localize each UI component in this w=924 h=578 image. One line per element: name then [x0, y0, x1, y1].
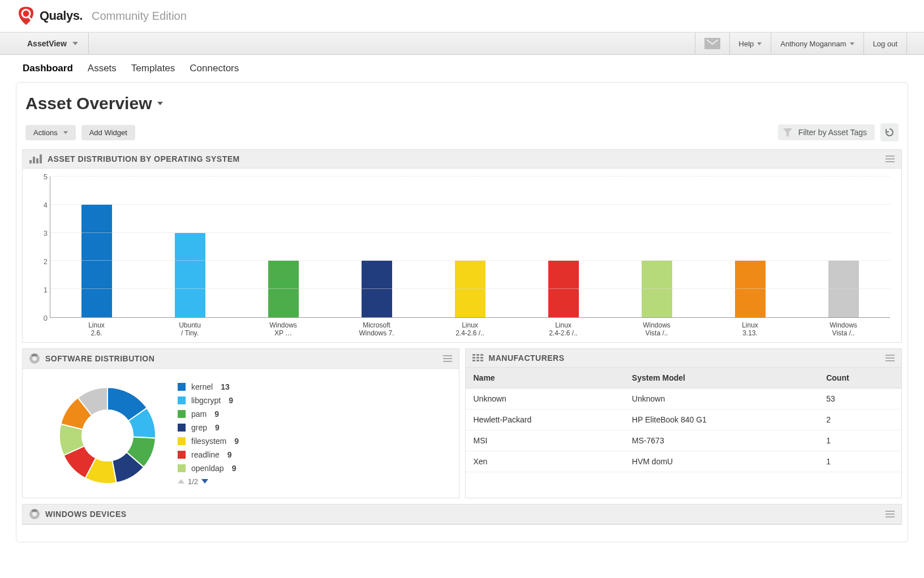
legend-item[interactable]: readline9 [178, 450, 239, 459]
software-donut-chart[interactable] [51, 379, 164, 492]
col-count[interactable]: Count [818, 368, 901, 389]
legend-value: 9 [234, 437, 239, 446]
tab-templates[interactable]: Templates [131, 63, 175, 74]
pager-next-icon[interactable] [201, 479, 208, 484]
user-menu[interactable]: Anthony Mogannam [771, 33, 863, 54]
legend-value: 9 [232, 464, 237, 473]
legend-value: 9 [227, 450, 232, 459]
col-model[interactable]: System Model [624, 368, 818, 389]
cell-count: 53 [818, 388, 901, 409]
refresh-button[interactable] [880, 123, 899, 141]
bar[interactable] [548, 261, 579, 317]
legend-item[interactable]: openldap9 [178, 464, 239, 473]
legend-item[interactable]: grep9 [178, 423, 239, 432]
legend-value: 9 [229, 396, 233, 405]
legend-item[interactable]: pam9 [178, 409, 239, 419]
legend-item[interactable]: kernel13 [178, 382, 239, 391]
hamburger-icon [886, 156, 895, 162]
cell-name: Unknown [466, 388, 624, 409]
cell-count: 1 [818, 451, 901, 472]
actions-button[interactable]: Actions [25, 125, 76, 140]
pager-prev-icon[interactable] [178, 479, 184, 484]
donut-chart-icon [29, 509, 40, 519]
y-tick: 5 [44, 172, 48, 181]
widget-menu-button[interactable] [443, 355, 452, 362]
bar[interactable] [362, 261, 392, 317]
hamburger-icon [886, 355, 895, 361]
module-selector[interactable]: AssetView [17, 33, 89, 54]
bar[interactable] [455, 261, 485, 317]
legend-name: openldap [191, 464, 224, 473]
widget-title: MANUFACTURERS [489, 353, 565, 363]
manufacturers-table: Name System Model Count UnknownUnknown53… [466, 368, 902, 472]
module-selector-label: AssetView [27, 39, 67, 48]
legend-value: 13 [221, 382, 230, 391]
cell-model: HVM domU [624, 451, 818, 472]
legend-swatch [178, 383, 186, 391]
tab-assets[interactable]: Assets [88, 63, 117, 74]
funnel-icon [783, 128, 793, 137]
col-name[interactable]: Name [466, 368, 624, 389]
tab-dashboard[interactable]: Dashboard [23, 63, 73, 74]
legend-item[interactable]: libgcrypt9 [178, 396, 239, 405]
y-tick: 2 [44, 257, 48, 266]
legend-name: grep [191, 423, 207, 432]
widget-title: SOFTWARE DISTRIBUTION [45, 354, 154, 363]
legend-swatch [178, 410, 186, 418]
os-bar-chart[interactable]: 012345 [34, 176, 890, 318]
bar[interactable] [828, 261, 859, 317]
cell-name: Hewlett-Packard [466, 409, 624, 430]
legend-name: filesystem [191, 437, 226, 446]
legend-item[interactable]: filesystem9 [178, 437, 239, 446]
x-label: WindowsXP … [237, 318, 330, 338]
legend-value: 9 [214, 409, 219, 419]
widget-menu-button[interactable] [886, 511, 895, 517]
help-menu[interactable]: Help [730, 33, 771, 54]
software-legend: kernel13libgcrypt9pam9grep9filesystem9re… [178, 379, 239, 486]
filter-by-tags-button[interactable]: Filter by Asset Tags [778, 124, 875, 140]
main-panel: Asset Overview Actions Add Widget Filter… [16, 82, 908, 542]
table-row[interactable]: UnknownUnknown53 [466, 388, 902, 409]
mail-button[interactable] [695, 33, 729, 54]
chevron-down-icon [850, 42, 854, 45]
cell-name: MSI [466, 430, 624, 451]
help-label: Help [739, 40, 754, 48]
mail-icon [704, 38, 720, 49]
brand-block: Qualys. Community Edition [17, 6, 187, 26]
page-title-dropdown-icon[interactable] [157, 102, 163, 105]
x-label: Ubuntu/ Tiny. [143, 318, 237, 338]
add-widget-label: Add Widget [89, 128, 127, 137]
y-tick: 0 [44, 314, 48, 322]
bar[interactable] [81, 205, 112, 317]
y-tick: 4 [44, 201, 48, 209]
x-label: WindowsVista /.. [797, 318, 890, 338]
legend-name: libgcrypt [191, 396, 221, 405]
tab-connectors[interactable]: Connectors [190, 63, 239, 74]
widget-menu-button[interactable] [886, 355, 895, 361]
legend-swatch [178, 464, 186, 472]
table-row[interactable]: MSIMS-76731 [466, 430, 902, 451]
bar[interactable] [735, 261, 766, 317]
add-widget-button[interactable]: Add Widget [81, 125, 135, 140]
logout-label: Log out [873, 40, 897, 48]
table-icon [472, 354, 483, 361]
bar[interactable] [175, 233, 205, 317]
widget-menu-button[interactable] [886, 156, 895, 162]
table-row[interactable]: XenHVM domU1 [466, 451, 902, 472]
x-label: Linux2.4-2.6 /.. [423, 318, 517, 338]
brand-name: Qualys. [40, 8, 83, 23]
legend-name: readline [191, 450, 220, 459]
legend-pager: 1/2 [178, 477, 239, 486]
logout-link[interactable]: Log out [864, 33, 906, 54]
refresh-icon [884, 127, 895, 137]
legend-value: 9 [215, 423, 220, 432]
bar[interactable] [642, 261, 672, 317]
top-toolbar: AssetView Help Anthony Mogannam Log out [0, 32, 924, 55]
cell-model: Unknown [624, 388, 818, 409]
legend-swatch [178, 451, 186, 459]
table-row[interactable]: Hewlett-PackardHP EliteBook 840 G12 [466, 409, 902, 430]
widget-manufacturers: MANUFACTURERS Name System Model Count Un… [465, 348, 902, 498]
donut-chart-icon [29, 353, 40, 364]
user-name: Anthony Mogannam [780, 40, 846, 48]
bar[interactable] [268, 261, 299, 317]
